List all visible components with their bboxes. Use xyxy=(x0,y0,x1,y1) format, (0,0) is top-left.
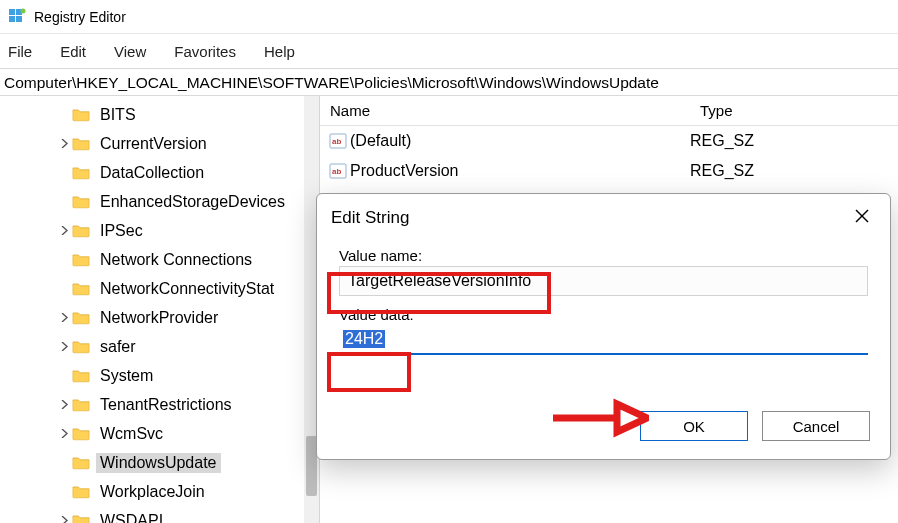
tree-item-label: IPSec xyxy=(96,221,147,241)
list-header: Name Type xyxy=(320,96,898,126)
tree-item-network-connections[interactable]: Network Connections xyxy=(0,245,319,274)
folder-icon xyxy=(72,107,90,122)
folder-icon xyxy=(72,513,90,523)
value-name: ProductVersion xyxy=(350,162,690,180)
tree-item-networkconnectivitystat[interactable]: NetworkConnectivityStat xyxy=(0,274,319,303)
chevron-right-icon[interactable] xyxy=(56,516,72,523)
folder-icon xyxy=(72,339,90,354)
menu-file[interactable]: File xyxy=(6,39,34,64)
folder-icon xyxy=(72,281,90,296)
chevron-right-icon[interactable] xyxy=(56,226,72,235)
dialog-title: Edit String xyxy=(331,208,409,228)
value-type: REG_SZ xyxy=(690,162,754,180)
tree-item-windowsupdate[interactable]: WindowsUpdate xyxy=(0,448,319,477)
tree-item-currentversion[interactable]: CurrentVersion xyxy=(0,129,319,158)
tree-item-wsdapi[interactable]: WSDAPI xyxy=(0,506,319,523)
list-row[interactable]: (Default)REG_SZ xyxy=(320,126,898,156)
titlebar: Registry Editor xyxy=(0,0,898,34)
folder-icon xyxy=(72,194,90,209)
cancel-button[interactable]: Cancel xyxy=(762,411,870,441)
folder-icon xyxy=(72,484,90,499)
tree-item-system[interactable]: System xyxy=(0,361,319,390)
folder-icon xyxy=(72,310,90,325)
tree-item-label: CurrentVersion xyxy=(96,134,211,154)
tree-item-label: EnhancedStorageDevices xyxy=(96,192,289,212)
svg-rect-0 xyxy=(9,9,15,15)
folder-icon xyxy=(72,165,90,180)
tree-item-datacollection[interactable]: DataCollection xyxy=(0,158,319,187)
tree-item-tenantrestrictions[interactable]: TenantRestrictions xyxy=(0,390,319,419)
menubar: File Edit View Favorites Help xyxy=(0,34,898,68)
svg-rect-3 xyxy=(16,16,22,22)
address-bar[interactable]: Computer\HKEY_LOCAL_MACHINE\SOFTWARE\Pol… xyxy=(0,68,898,96)
tree-item-label: NetworkProvider xyxy=(96,308,222,328)
tree-item-enhancedstoragedevices[interactable]: EnhancedStorageDevices xyxy=(0,187,319,216)
tree-item-wcmsvc[interactable]: WcmSvc xyxy=(0,419,319,448)
folder-icon xyxy=(72,136,90,151)
tree-pane[interactable]: BITSCurrentVersionDataCollectionEnhanced… xyxy=(0,96,320,523)
tree-item-label: System xyxy=(96,366,157,386)
tree-item-networkprovider[interactable]: NetworkProvider xyxy=(0,303,319,332)
annotation-rect-value-data xyxy=(327,352,411,392)
menu-help[interactable]: Help xyxy=(262,39,297,64)
menu-favorites[interactable]: Favorites xyxy=(172,39,238,64)
menu-view[interactable]: View xyxy=(112,39,148,64)
value-type: REG_SZ xyxy=(690,132,754,150)
folder-icon xyxy=(72,252,90,267)
chevron-right-icon[interactable] xyxy=(56,429,72,438)
tree-item-label: WSDAPI xyxy=(96,511,167,524)
tree-item-label: safer xyxy=(96,337,140,357)
menu-edit[interactable]: Edit xyxy=(58,39,88,64)
tree-item-label: DataCollection xyxy=(96,163,208,183)
ok-button[interactable]: OK xyxy=(640,411,748,441)
svg-point-4 xyxy=(21,8,26,13)
chevron-right-icon[interactable] xyxy=(56,139,72,148)
app-title: Registry Editor xyxy=(34,9,126,25)
value-name-field[interactable] xyxy=(339,266,868,296)
chevron-right-icon[interactable] xyxy=(56,313,72,322)
tree-item-label: WorkplaceJoin xyxy=(96,482,209,502)
tree-item-label: Network Connections xyxy=(96,250,256,270)
edit-string-dialog: Edit String Value name: Value data: 24H2… xyxy=(316,193,891,460)
tree-item-label: NetworkConnectivityStat xyxy=(96,279,278,299)
chevron-right-icon[interactable] xyxy=(56,342,72,351)
folder-icon xyxy=(72,223,90,238)
tree-item-label: BITS xyxy=(96,105,140,125)
folder-icon xyxy=(72,426,90,441)
reg-sz-icon xyxy=(326,162,350,180)
tree-item-workplacejoin[interactable]: WorkplaceJoin xyxy=(0,477,319,506)
folder-icon xyxy=(72,455,90,470)
tree-item-label: TenantRestrictions xyxy=(96,395,236,415)
tree-item-ipsec[interactable]: IPSec xyxy=(0,216,319,245)
value-data-field[interactable]: 24H2 xyxy=(339,325,868,355)
annotation-arrow xyxy=(549,398,649,441)
registry-editor-icon xyxy=(8,8,26,26)
value-name-label: Value name: xyxy=(339,247,868,264)
close-icon[interactable] xyxy=(848,204,876,231)
tree-item-label: WindowsUpdate xyxy=(96,453,221,473)
tree-item-label: WcmSvc xyxy=(96,424,167,444)
value-name: (Default) xyxy=(350,132,690,150)
chevron-right-icon[interactable] xyxy=(56,400,72,409)
folder-icon xyxy=(72,397,90,412)
list-row[interactable]: ProductVersionREG_SZ xyxy=(320,156,898,186)
column-header-type[interactable]: Type xyxy=(690,96,870,125)
tree-item-bits[interactable]: BITS xyxy=(0,100,319,129)
tree-item-safer[interactable]: safer xyxy=(0,332,319,361)
reg-sz-icon xyxy=(326,132,350,150)
value-data-label: Value data: xyxy=(339,306,868,323)
folder-icon xyxy=(72,368,90,383)
column-header-name[interactable]: Name xyxy=(320,96,690,125)
value-data-selection: 24H2 xyxy=(343,330,385,348)
svg-rect-2 xyxy=(9,16,15,22)
